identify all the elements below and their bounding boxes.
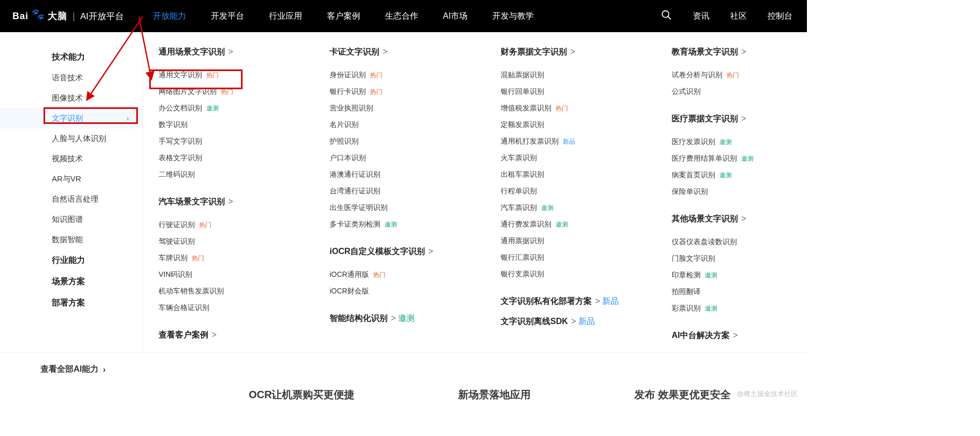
sidebar-item[interactable]: 视频技术 — [0, 149, 143, 169]
feature-link[interactable]: 网络图片文字识别热门 — [159, 83, 324, 100]
feature-link[interactable]: 多卡证类别检测邀测 — [330, 216, 495, 233]
feature-link[interactable]: 台湾通行证识别 — [330, 183, 495, 200]
feature-link[interactable]: 银行支票识别 — [501, 266, 666, 283]
feature-link[interactable]: 数字识别 — [159, 117, 324, 133]
sidebar-item[interactable]: 文字识别› — [0, 108, 143, 129]
chevron-right-icon: > — [209, 330, 217, 339]
feature-link[interactable]: 定额发票识别 — [501, 117, 666, 133]
feature-link-label: 门脸文字识别 — [672, 254, 715, 263]
category-title[interactable]: AI中台解决方案 > — [672, 330, 807, 341]
feature-link[interactable]: iOCR通用版热门 — [330, 266, 495, 283]
feature-link[interactable]: 试卷分析与识别热门 — [672, 67, 807, 83]
feature-link[interactable]: 营业执照识别 — [330, 100, 495, 117]
feature-link[interactable]: 行程单识别 — [501, 183, 666, 200]
feature-link[interactable]: 行驶证识别热门 — [159, 217, 324, 233]
feature-link[interactable]: 出生医学证明识别 — [330, 200, 495, 216]
nav-item[interactable]: 客户案例 — [327, 11, 360, 22]
category-title-label: AI中台解决方案 — [672, 331, 730, 340]
feature-link[interactable]: 保险单识别 — [672, 184, 807, 200]
feature-link[interactable]: 银行汇票识别 — [501, 249, 666, 266]
nav-item[interactable]: 生态合作 — [385, 11, 418, 22]
feature-link[interactable]: 通行费发票识别邀测 — [501, 216, 666, 233]
logo[interactable]: Bai🐾 大脑 | AI开放平台 — [12, 10, 124, 22]
feature-link[interactable]: 银行卡识别热门 — [330, 83, 495, 100]
sidebar-item[interactable]: 自然语言处理 — [0, 189, 143, 209]
nav-right-item[interactable]: 社区 — [730, 11, 747, 22]
feature-link-label: 身份证识别 — [330, 71, 366, 80]
feature-link[interactable]: 驾驶证识别 — [159, 233, 324, 250]
sidebar-item[interactable]: 人脸与人体识别 — [0, 129, 143, 149]
feature-link[interactable]: 护照识别 — [330, 133, 495, 150]
category-title[interactable]: 查看客户案例 > — [159, 330, 324, 341]
feature-link[interactable]: 手写文字识别 — [159, 133, 324, 150]
category-title[interactable]: 其他场景文字识别 > — [672, 214, 807, 224]
category-title[interactable]: 教育场景文字识别 > — [672, 47, 807, 58]
feature-link[interactable]: 门脸文字识别 — [672, 250, 807, 267]
feature-link[interactable]: 通用票据识别 — [501, 233, 666, 249]
category-title-label: 医疗票据文字识别 — [672, 114, 738, 123]
feature-link[interactable]: 身份证识别热门 — [330, 67, 495, 83]
feature-link[interactable]: 彩票识别邀测 — [672, 300, 807, 317]
sidebar-item[interactable]: 语音技术 — [0, 68, 143, 88]
feature-link[interactable]: 车牌识别热门 — [159, 250, 324, 266]
category-title-label: 智能结构化识别 — [330, 314, 388, 322]
feature-link[interactable]: 公式识别 — [672, 83, 807, 100]
feature-link[interactable]: 医疗发票识别邀测 — [672, 134, 807, 150]
feature-link[interactable]: iOCR财会版 — [330, 283, 495, 300]
feature-link[interactable]: 机动车销售发票识别 — [159, 283, 324, 300]
feature-link[interactable]: 车辆合格证识别 — [159, 300, 324, 316]
feature-link[interactable]: 火车票识别 — [501, 150, 666, 166]
category-title-label: 通用场景文字识别 — [159, 47, 225, 56]
feature-link-label: 通用机打发票识别 — [501, 137, 559, 146]
feature-link[interactable]: 混贴票据识别 — [501, 67, 666, 83]
category-title[interactable]: iOCR自定义模板文字识别 > — [330, 246, 495, 257]
nav-item[interactable]: 开发与教学 — [492, 11, 534, 22]
sidebar-item-label: 人脸与人体识别 — [52, 134, 106, 143]
feature-link[interactable]: 出租车票识别 — [501, 166, 666, 183]
category-title[interactable]: 文字识别私有化部署方案 > 新品 — [501, 296, 666, 307]
tag-hot: 热门 — [199, 221, 211, 230]
feature-link[interactable]: 办公文档识别邀测 — [159, 100, 324, 117]
category-title[interactable]: 医疗票据文字识别 > — [672, 114, 807, 124]
chevron-right-icon: > — [739, 114, 746, 123]
tag-yaoce: 邀测 — [396, 314, 415, 322]
feature-link[interactable]: 病案首页识别邀测 — [672, 167, 807, 184]
feature-link[interactable]: 二维码识别 — [159, 166, 324, 183]
sidebar-item[interactable]: 图像技术 — [0, 88, 143, 108]
category-title[interactable]: 财务票据文字识别 > — [501, 47, 666, 58]
nav-item[interactable]: 开放能力 — [153, 11, 186, 22]
feature-link[interactable]: 户口本识别 — [330, 150, 495, 166]
feature-link[interactable]: 印章检测邀测 — [672, 267, 807, 284]
feature-link[interactable]: 医疗费用结算单识别邀测 — [672, 150, 807, 167]
feature-link[interactable]: 增值税发票识别热门 — [501, 100, 666, 117]
nav-item[interactable]: 行业应用 — [269, 11, 302, 22]
nav-right-item[interactable]: 控制台 — [768, 11, 792, 22]
sidebar-item[interactable]: 数据智能 — [0, 230, 143, 250]
feature-link[interactable]: 名片识别 — [330, 117, 495, 133]
feature-link[interactable]: 汽车票识别邀测 — [501, 200, 666, 216]
category-title[interactable]: 通用场景文字识别 > — [159, 47, 324, 58]
category-title-label: iOCR自定义模板文字识别 — [330, 247, 425, 256]
feature-link[interactable]: 通用文字识别热门 — [159, 67, 324, 83]
nav-item[interactable]: AI市场 — [443, 11, 467, 22]
sidebar-item[interactable]: 知识图谱 — [0, 209, 143, 230]
feature-link[interactable]: 表格文字识别 — [159, 150, 324, 166]
feature-link-label: 多卡证类别检测 — [330, 220, 380, 229]
category-title[interactable]: 卡证文字识别 > — [330, 47, 495, 58]
feature-link[interactable]: VIN码识别 — [159, 266, 324, 283]
category-title-label: 卡证文字识别 — [330, 47, 379, 56]
sidebar-item[interactable]: AR与VR — [0, 169, 143, 189]
feature-link[interactable]: 拍照翻译 — [672, 284, 807, 300]
category-title[interactable]: 汽车场景文字识别 > — [159, 196, 324, 207]
feature-link[interactable]: 港澳通行证识别 — [330, 166, 495, 183]
feature-link[interactable]: 银行回单识别 — [501, 83, 666, 100]
category-title[interactable]: 智能结构化识别 > 邀测 — [330, 313, 495, 324]
nav-item[interactable]: 开发平台 — [211, 11, 244, 22]
see-all-ai[interactable]: 查看全部AI能力 › — [0, 353, 807, 381]
nav-right-item[interactable]: 资讯 — [693, 11, 709, 22]
feature-link-label: 护照识别 — [330, 137, 359, 146]
feature-link[interactable]: 通用机打发票识别新品 — [501, 133, 666, 150]
category-title[interactable]: 文字识别离线SDK > 新品 — [501, 316, 666, 327]
feature-link[interactable]: 仪器仪表盘读数识别 — [672, 234, 807, 250]
search-icon[interactable] — [661, 9, 672, 23]
